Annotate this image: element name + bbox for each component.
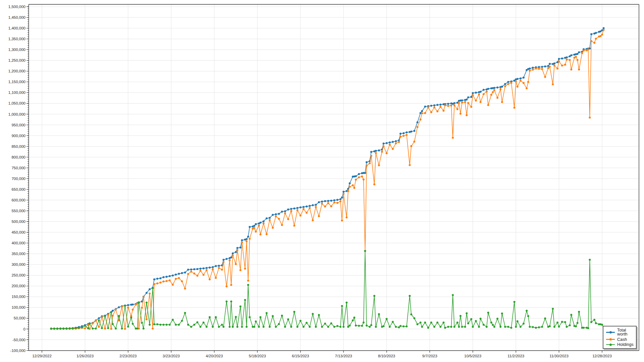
y-axis-tick-label: 1,000,000 [8,112,25,116]
series-holdings [50,250,605,330]
data-point-cash [464,101,466,103]
data-point-total-worth [184,272,186,274]
data-point-cash [547,67,549,69]
data-point-holdings [297,326,299,328]
data-point-total-worth [487,88,489,90]
data-point-total-worth [272,214,274,216]
data-point-holdings [552,308,554,310]
data-point-total-worth [355,175,357,177]
data-point-cash [363,178,365,180]
data-point-holdings [101,327,103,329]
data-point-cash [330,205,332,207]
data-point-cash [467,102,469,104]
data-point-holdings [118,315,120,317]
data-point-cash [558,60,560,62]
data-point-holdings [496,318,498,320]
data-point-holdings [478,326,480,328]
data-point-cash [290,210,292,212]
data-point-cash [221,269,223,271]
x-axis-ticks [42,351,602,353]
data-point-cash [409,164,411,166]
data-point-total-worth [162,276,164,278]
data-point-total-worth [200,267,202,269]
data-point-holdings [364,250,366,252]
data-point-cash [349,186,351,188]
data-point-holdings [587,327,589,329]
data-point-holdings [239,305,241,307]
data-point-holdings [406,325,408,327]
data-point-holdings [78,327,80,329]
data-point-holdings [523,323,525,325]
data-point-holdings [395,326,397,328]
data-point-holdings [383,325,385,327]
y-axis-tick-label: -100,000 [10,349,25,353]
data-point-holdings [87,327,89,329]
data-point-holdings [529,326,531,328]
data-point-cash [599,35,601,37]
data-point-cash [153,283,155,285]
data-point-holdings [153,323,155,325]
data-point-cash [601,34,603,36]
data-point-cash [523,82,525,84]
portfolio-line-chart: 1,500,0001,450,0001,400,0001,350,0001,30… [0,0,644,362]
data-point-holdings [355,324,357,326]
data-point-holdings [510,327,512,329]
data-point-holdings [115,327,117,329]
y-axis-tick-label: 1,300,000 [8,48,25,52]
data-point-cash [110,328,112,330]
data-point-total-worth [303,206,305,208]
total-worth-line-marker-icon [606,331,615,334]
data-point-cash [575,56,577,58]
data-point-cash [499,88,501,90]
data-point-cash [483,93,485,95]
data-point-cash [406,134,408,136]
data-point-total-worth [421,110,423,112]
data-point-cash [590,40,592,42]
legend-label-cash: Cash [617,338,627,342]
data-point-holdings [272,315,274,317]
data-point-cash [203,274,205,276]
data-point-total-worth [507,81,509,83]
data-point-total-worth [263,220,265,222]
data-point-cash [486,90,488,93]
data-point-holdings [95,327,97,329]
data-point-total-worth [566,56,568,58]
data-point-holdings [470,318,472,320]
data-point-holdings [172,319,174,321]
data-point-total-worth [430,105,432,107]
data-point-cash [339,200,341,202]
data-point-cash [269,219,271,221]
data-point-holdings [501,312,503,314]
data-point-holdings [278,323,280,325]
y-axis-tick-label: 250,000 [11,273,25,277]
data-point-cash [260,234,262,236]
data-point-holdings [532,326,534,328]
data-point-holdings [327,326,329,328]
data-point-total-worth [595,32,597,34]
data-point-total-worth [218,265,220,267]
data-point-cash [263,223,265,225]
plot-border [29,4,639,351]
data-point-holdings [450,326,452,328]
data-point-holdings [420,321,422,323]
data-point-cash [447,105,449,107]
data-point-total-worth [375,150,377,152]
data-point-holdings [124,305,126,307]
data-point-total-worth [529,68,531,70]
data-point-holdings [475,320,477,322]
data-point-total-worth [461,100,463,102]
data-point-total-worth [300,206,302,208]
data-point-cash [510,82,512,84]
data-point-total-worth [281,211,283,213]
data-point-holdings [53,328,55,330]
data-point-holdings [221,324,223,326]
data-point-cash [552,83,554,85]
data-point-holdings [499,326,501,328]
data-point-total-worth [549,63,551,65]
data-point-total-worth [172,275,174,277]
data-point-total-worth [330,200,332,202]
data-point-holdings [467,322,469,324]
data-point-holdings [196,321,198,323]
data-point-cash [178,277,180,279]
data-point-holdings [461,326,463,328]
